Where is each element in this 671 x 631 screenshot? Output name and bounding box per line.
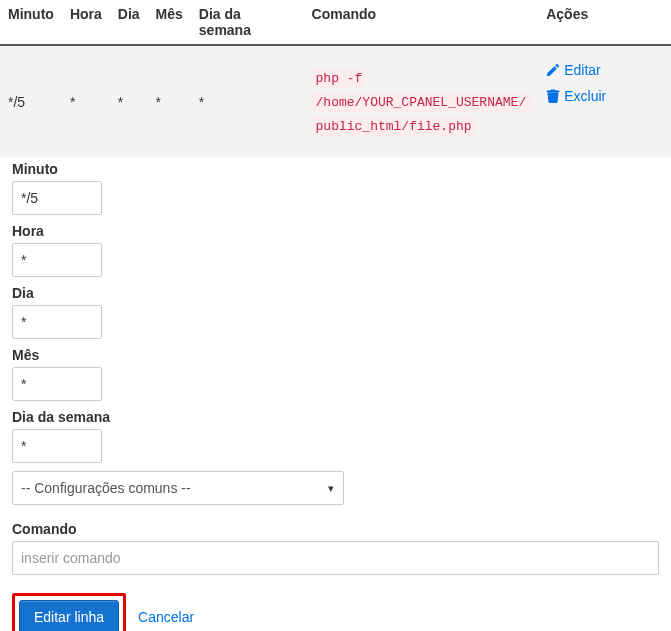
hour-label: Hora (12, 223, 659, 239)
edit-action[interactable]: Editar (546, 62, 601, 78)
cell-weekday: * (191, 45, 304, 157)
month-label: Mês (12, 347, 659, 363)
cron-table: Minuto Hora Dia Mês Dia da semana Comand… (0, 0, 671, 157)
command-line-2: /home/YOUR_CPANEL_USERNAME/ (312, 93, 531, 112)
month-input[interactable] (12, 367, 102, 401)
cell-month: * (148, 45, 191, 157)
cell-actions: Editar Excluir (538, 45, 671, 157)
cell-day: * (110, 45, 148, 157)
submit-button[interactable]: Editar linha (19, 600, 119, 631)
weekday-label: Dia da semana (12, 409, 659, 425)
col-weekday: Dia da semana (191, 0, 304, 45)
command-line-3: public_html/file.php (312, 117, 476, 136)
edit-form: Minuto Hora Dia Mês Dia da semana -- Con… (0, 157, 671, 631)
delete-action[interactable]: Excluir (546, 88, 606, 104)
command-line-1: php -f (312, 69, 367, 88)
col-actions: Ações (538, 0, 671, 45)
command-input[interactable] (12, 541, 659, 575)
cancel-link[interactable]: Cancelar (138, 609, 194, 625)
delete-label: Excluir (564, 88, 606, 104)
weekday-input[interactable] (12, 429, 102, 463)
col-command: Comando (304, 0, 539, 45)
cell-command: php -f /home/YOUR_CPANEL_USERNAME/ publi… (304, 45, 539, 157)
edit-label: Editar (564, 62, 601, 78)
trash-icon (546, 89, 560, 103)
table-row: */5 * * * * php -f /home/YOUR_CPANEL_USE… (0, 45, 671, 157)
col-minute: Minuto (0, 0, 62, 45)
cell-minute: */5 (0, 45, 62, 157)
col-hour: Hora (62, 0, 110, 45)
day-input[interactable] (12, 305, 102, 339)
col-day: Dia (110, 0, 148, 45)
hour-input[interactable] (12, 243, 102, 277)
command-label: Comando (12, 521, 659, 537)
day-label: Dia (12, 285, 659, 301)
submit-highlight: Editar linha (12, 593, 126, 631)
pencil-icon (546, 63, 560, 77)
col-month: Mês (148, 0, 191, 45)
minute-input[interactable] (12, 181, 102, 215)
common-settings-select[interactable]: -- Configurações comuns -- (12, 471, 344, 505)
minute-label: Minuto (12, 161, 659, 177)
cell-hour: * (62, 45, 110, 157)
